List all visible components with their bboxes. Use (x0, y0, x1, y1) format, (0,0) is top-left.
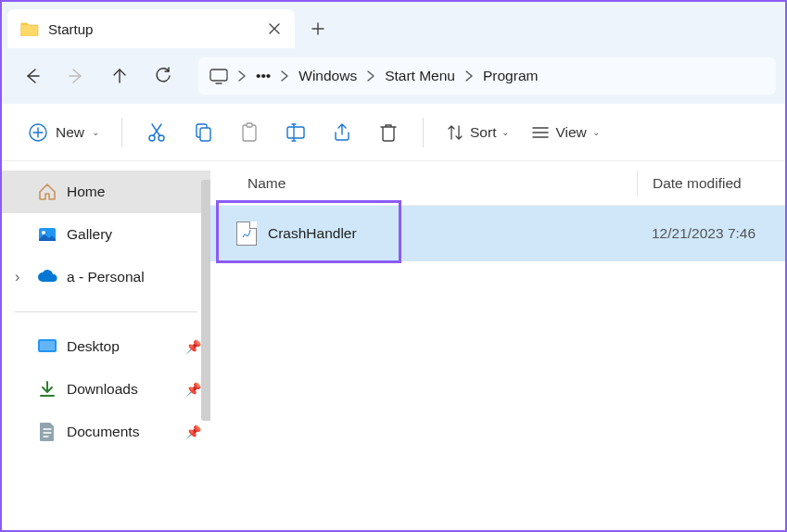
file-row[interactable]: CrashHandler 12/21/2023 7:46 (210, 206, 785, 261)
new-button[interactable]: New ⌄ (19, 114, 108, 151)
view-button[interactable]: View ⌄ (522, 114, 608, 151)
delete-button[interactable] (367, 114, 410, 151)
breadcrumb-item[interactable]: Start Menu (381, 64, 459, 88)
sidebar-item-desktop[interactable]: Desktop 📌 (2, 325, 210, 368)
sidebar-item-personal[interactable]: a - Personal (2, 256, 210, 298)
chevron-right-icon[interactable] (280, 70, 289, 82)
tab-title: Startup (48, 21, 258, 37)
pin-icon: 📌 (185, 382, 201, 397)
sidebar-item-documents[interactable]: Documents 📌 (2, 411, 210, 453)
sidebar-item-gallery[interactable]: Gallery (2, 213, 210, 256)
documents-icon (37, 422, 57, 442)
column-header-date[interactable]: Date modified (637, 171, 785, 196)
close-tab-button[interactable] (267, 21, 282, 36)
breadcrumb-item[interactable]: Program (479, 64, 541, 88)
downloads-icon (37, 379, 57, 399)
sidebar-item-label: a - Personal (67, 269, 145, 285)
rename-button[interactable] (274, 114, 317, 151)
chevron-down-icon: ⌄ (592, 127, 600, 137)
sidebar-item-label: Gallery (67, 226, 112, 243)
file-name: CrashHandler (268, 225, 357, 242)
pin-icon: 📌 (185, 424, 201, 439)
svg-point-10 (42, 231, 45, 234)
svg-rect-12 (40, 341, 55, 350)
desktop-icon (37, 336, 57, 357)
svg-point-2 (149, 135, 155, 141)
sidebar-item-label: Desktop (67, 338, 120, 355)
chevron-down-icon: ⌄ (92, 127, 99, 137)
forward-button[interactable] (55, 57, 96, 95)
pin-icon: 📌 (185, 339, 201, 354)
back-button[interactable] (11, 57, 53, 95)
share-button[interactable] (321, 114, 363, 151)
chevron-right-icon[interactable] (366, 70, 375, 82)
chevron-down-icon: ⌄ (501, 127, 509, 137)
breadcrumb[interactable]: ••• Windows Start Menu Program (198, 57, 776, 95)
file-icon (236, 222, 257, 246)
copy-button[interactable] (182, 114, 224, 151)
cut-button[interactable] (135, 114, 178, 151)
tab-startup[interactable]: Startup (7, 9, 295, 48)
chevron-right-icon[interactable] (464, 70, 474, 82)
pc-icon (209, 68, 228, 84)
sidebar: Home Gallery a - Personal Desktop (2, 161, 210, 530)
chevron-right-icon[interactable] (237, 70, 247, 82)
sort-button[interactable]: Sort ⌄ (437, 114, 518, 151)
svg-rect-7 (247, 123, 252, 127)
breadcrumb-item[interactable]: Windows (295, 64, 361, 88)
svg-rect-8 (287, 127, 304, 138)
sidebar-item-label: Documents (67, 424, 139, 440)
sidebar-item-label: Home (67, 184, 105, 200)
svg-rect-5 (200, 128, 210, 141)
up-button[interactable] (98, 57, 140, 95)
gallery-icon (37, 224, 57, 245)
home-icon (37, 182, 57, 202)
file-date: 12/21/2023 7:46 (637, 225, 755, 242)
breadcrumb-ellipsis[interactable]: ••• (252, 64, 274, 88)
refresh-button[interactable] (142, 57, 184, 95)
folder-icon (20, 21, 39, 36)
new-tab-button[interactable] (295, 9, 341, 48)
sidebar-item-label: Downloads (67, 381, 138, 398)
onedrive-icon (37, 267, 57, 287)
sidebar-item-home[interactable]: Home (2, 171, 210, 213)
new-button-label: New (56, 124, 84, 141)
column-header-name[interactable]: Name (248, 175, 637, 192)
paste-button[interactable] (228, 114, 271, 151)
svg-rect-0 (210, 70, 227, 81)
sidebar-item-downloads[interactable]: Downloads 📌 (2, 368, 210, 411)
sort-button-label: Sort (470, 124, 496, 141)
view-button-label: View (555, 124, 586, 141)
column-resize-handle[interactable]: ⌃ (494, 161, 502, 168)
svg-point-3 (159, 135, 164, 141)
